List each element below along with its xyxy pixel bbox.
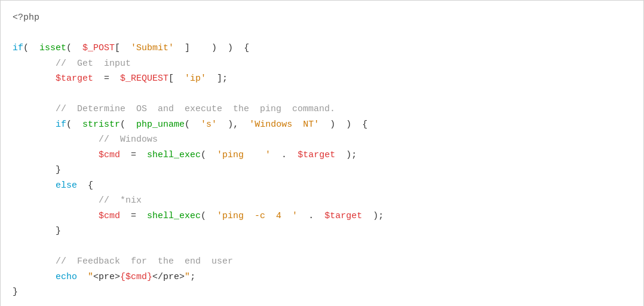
code-line: // *nix <box>13 193 631 209</box>
code-line: } <box>13 284 631 300</box>
code-line: <?php <box>13 10 631 26</box>
code-line: if( isset( $_POST[ 'Submit' ] ) ) { <box>13 41 631 56</box>
code-line: } <box>13 163 631 178</box>
code-line: if( stristr( php_uname( 's' ), 'Windows … <box>13 117 631 133</box>
code-line: } <box>13 224 631 239</box>
code-line: // Determine OS and execute the ping com… <box>13 102 631 117</box>
code-line: // Windows <box>13 132 631 148</box>
code-line <box>13 26 631 41</box>
code-line: // Get input <box>13 56 631 72</box>
code-line <box>13 87 631 102</box>
code-lines: <?php if( isset( $_POST[ 'Submit' ] ) ) … <box>13 10 631 306</box>
code-line: echo "<pre>{$cmd}</pre>"; <box>13 270 631 285</box>
code-line: $cmd = shell_exec( 'ping ' . $target ); <box>13 148 631 163</box>
code-line <box>13 239 631 255</box>
code-line: else { <box>13 178 631 194</box>
code-line: $target = $_REQUEST[ 'ip' ]; <box>13 71 631 87</box>
code-line <box>13 300 631 307</box>
code-container: <?php if( isset( $_POST[ 'Submit' ] ) ) … <box>0 0 644 306</box>
code-line: $cmd = shell_exec( 'ping -c 4 ' . $targe… <box>13 209 631 224</box>
code-line: // Feedback for the end user <box>13 254 631 270</box>
